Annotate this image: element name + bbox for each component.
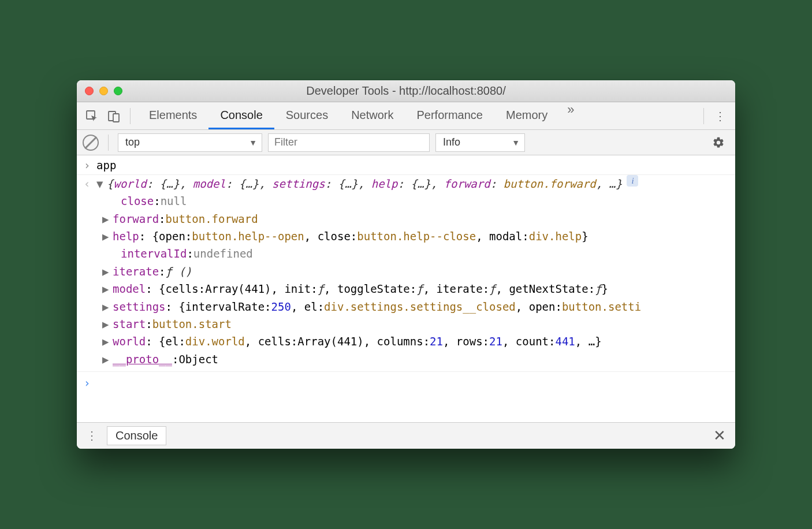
panel-tabs: Elements Console Sources Network Perform… bbox=[137, 102, 696, 129]
console-result-row[interactable]: ‹ ▼ {world: {…}, model: {…}, settings: {… bbox=[77, 174, 735, 192]
context-value: top bbox=[125, 136, 140, 148]
object-summary: {world: {…}, model: {…}, settings: {…}, … bbox=[107, 175, 622, 192]
drawer-tab-console[interactable]: Console bbox=[107, 426, 166, 445]
kebab-menu-icon[interactable]: ⋮ bbox=[711, 109, 729, 123]
console-input-row[interactable]: › app bbox=[77, 157, 735, 174]
disclosure-triangle-icon[interactable]: ▶ bbox=[102, 351, 113, 368]
prop-intervalid[interactable]: intervalId: undefined bbox=[77, 245, 735, 262]
prop-forward[interactable]: ▶forward: button.forward bbox=[77, 210, 735, 228]
svg-rect-2 bbox=[113, 114, 119, 122]
tab-performance[interactable]: Performance bbox=[405, 102, 495, 129]
console-input-text: app bbox=[96, 157, 116, 174]
tab-memory[interactable]: Memory bbox=[494, 102, 559, 129]
drawer: ⋮ Console ✕ bbox=[77, 422, 735, 449]
tabs-overflow-button[interactable]: » bbox=[559, 102, 582, 129]
disclosure-triangle-icon[interactable]: ▶ bbox=[102, 298, 113, 315]
disclosure-triangle-icon[interactable]: ▶ bbox=[102, 210, 113, 228]
console-filter-bar: top ▼ Info ▼ bbox=[77, 130, 735, 155]
prop-iterate[interactable]: ▶iterate: ƒ () bbox=[77, 263, 735, 280]
disclosure-triangle-icon[interactable]: ▶ bbox=[102, 333, 113, 350]
tab-elements[interactable]: Elements bbox=[137, 102, 208, 129]
separator bbox=[108, 135, 109, 151]
input-prompt-icon: › bbox=[84, 374, 96, 392]
disclosure-triangle-open-icon[interactable]: ▼ bbox=[96, 175, 107, 192]
prop-settings[interactable]: ▶settings: {intervalRate: 250, el: div.s… bbox=[77, 298, 735, 315]
output-prompt-icon: ‹ bbox=[84, 175, 96, 192]
disclosure-triangle-icon[interactable]: ▶ bbox=[102, 315, 113, 333]
prop-model[interactable]: ▶model: {cells: Array(441), init: ƒ, tog… bbox=[77, 280, 735, 297]
clear-console-icon[interactable] bbox=[83, 135, 99, 151]
window-title: Developer Tools - http://localhost:8080/ bbox=[77, 84, 735, 98]
device-toolbar-icon[interactable] bbox=[105, 107, 123, 125]
console-prompt-row[interactable]: › bbox=[77, 371, 735, 392]
maximize-window-button[interactable] bbox=[114, 87, 122, 95]
caret-down-icon: ▼ bbox=[512, 138, 520, 147]
tab-sources[interactable]: Sources bbox=[274, 102, 340, 129]
info-badge-icon[interactable]: i bbox=[627, 175, 638, 187]
prop-world[interactable]: ▶world: {el: div.world, cells: Array(441… bbox=[77, 333, 735, 350]
separator bbox=[703, 108, 704, 124]
separator bbox=[130, 108, 131, 124]
prop-start[interactable]: ▶start: button.start bbox=[77, 315, 735, 333]
inspect-element-icon[interactable] bbox=[83, 107, 101, 125]
tab-network[interactable]: Network bbox=[340, 102, 405, 129]
titlebar: Developer Tools - http://localhost:8080/ bbox=[77, 80, 735, 102]
prop-proto[interactable]: ▶__proto__: Object bbox=[77, 351, 735, 368]
traffic-lights bbox=[77, 87, 122, 95]
log-level-selector[interactable]: Info ▼ bbox=[435, 133, 525, 152]
prop-help[interactable]: ▶help: {open: button.help--open, close: … bbox=[77, 228, 735, 245]
disclosure-triangle-icon[interactable]: ▶ bbox=[102, 263, 113, 280]
disclosure-triangle-icon[interactable]: ▶ bbox=[102, 280, 113, 297]
console-output: › app ‹ ▼ {world: {…}, model: {…}, setti… bbox=[77, 155, 735, 422]
prop-close[interactable]: close: null bbox=[77, 192, 735, 210]
filter-input[interactable] bbox=[268, 133, 430, 152]
devtools-window: Developer Tools - http://localhost:8080/… bbox=[77, 80, 735, 448]
tab-console[interactable]: Console bbox=[208, 102, 274, 129]
close-window-button[interactable] bbox=[85, 87, 94, 95]
caret-down-icon: ▼ bbox=[249, 138, 257, 147]
main-toolbar: Elements Console Sources Network Perform… bbox=[77, 102, 735, 130]
input-prompt-icon: › bbox=[84, 157, 96, 174]
console-settings-icon[interactable] bbox=[707, 136, 729, 149]
drawer-close-icon[interactable]: ✕ bbox=[710, 427, 729, 445]
log-level-value: Info bbox=[443, 136, 460, 148]
minimize-window-button[interactable] bbox=[99, 87, 108, 95]
context-selector[interactable]: top ▼ bbox=[118, 133, 262, 152]
disclosure-triangle-icon[interactable]: ▶ bbox=[102, 228, 113, 245]
drawer-menu-icon[interactable]: ⋮ bbox=[83, 429, 101, 442]
